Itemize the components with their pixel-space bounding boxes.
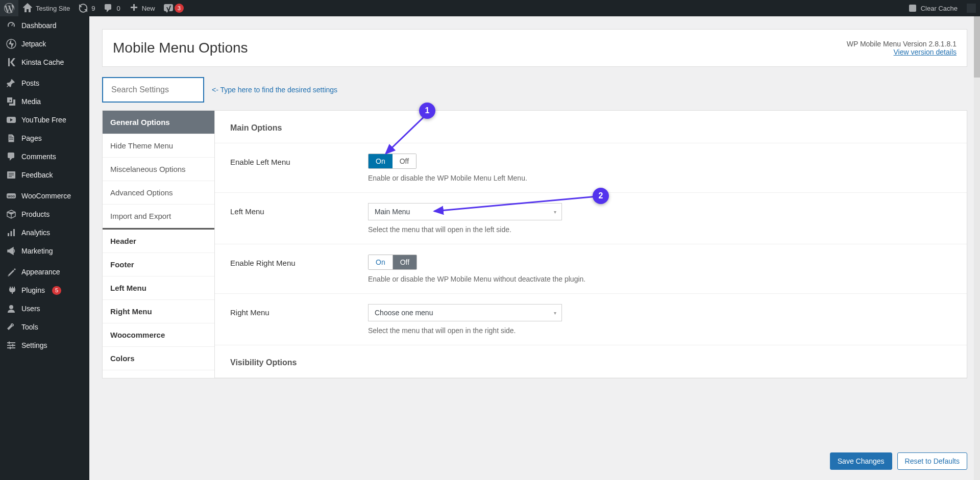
- sidebar-appearance[interactable]: Appearance: [0, 263, 89, 281]
- svg-rect-12: [7, 347, 15, 348]
- save-changes-button[interactable]: Save Changes: [830, 452, 892, 470]
- clear-cache-label: Clear Cache: [921, 5, 958, 12]
- version-text: WP Mobile Menu Version 2.8.1.8.1: [847, 40, 957, 48]
- option-left-menu-select: Left Menu Main Menu Select the menu that…: [215, 193, 967, 244]
- sidebar-feedback[interactable]: Feedback: [0, 166, 89, 184]
- sidebar-tools[interactable]: Tools: [0, 318, 89, 336]
- option-label: Left Menu: [230, 203, 368, 216]
- wp-logo-menu[interactable]: [0, 0, 18, 16]
- yoast-link[interactable]: 3: [159, 0, 188, 16]
- comments-icon: [6, 151, 16, 162]
- left-menu-select[interactable]: Main Menu: [368, 203, 562, 220]
- content-area: Mobile Menu Options WP Mobile Menu Versi…: [89, 16, 980, 480]
- svg-rect-13: [9, 342, 10, 344]
- sidebar-woocommerce[interactable]: wooWooCommerce: [0, 187, 89, 205]
- nav-header[interactable]: Header: [103, 230, 214, 253]
- option-right-menu-select: Right Menu Choose one menu Select the me…: [215, 294, 967, 345]
- comment-icon: [103, 3, 113, 13]
- bottom-action-bar: Save Changes Reset to Defaults: [830, 452, 967, 470]
- page-header: Mobile Menu Options WP Mobile Menu Versi…: [102, 29, 967, 67]
- comments-count: 0: [116, 5, 120, 12]
- options-panel: General Options Hide Theme Menu Miscelan…: [102, 110, 967, 378]
- nav-footer[interactable]: Footer: [103, 253, 214, 276]
- nav-left-menu[interactable]: Left Menu: [103, 276, 214, 300]
- nav-import-export[interactable]: Import and Export: [103, 205, 214, 228]
- clear-cache-link[interactable]: Clear Cache: [903, 0, 962, 16]
- admin-sidebar: Dashboard Jetpack Kinsta Cache Posts Med…: [0, 16, 89, 480]
- products-icon: [6, 209, 16, 219]
- section-visibility-options: Visibility Options: [215, 345, 967, 378]
- sidebar-dashboard[interactable]: Dashboard: [0, 16, 89, 35]
- users-icon: [6, 304, 16, 314]
- nav-hide-theme-menu[interactable]: Hide Theme Menu: [103, 134, 214, 158]
- sidebar-products[interactable]: Products: [0, 205, 89, 223]
- pages-icon: [6, 133, 16, 143]
- section-main-options: Main Options: [215, 111, 967, 143]
- svg-rect-14: [12, 344, 13, 347]
- sidebar-comments[interactable]: Comments: [0, 147, 89, 166]
- svg-rect-7: [11, 231, 12, 236]
- option-enable-right-menu: Enable Right Menu On Off Enable or disab…: [215, 244, 967, 294]
- toggle-off-button[interactable]: Off: [393, 255, 416, 269]
- svg-point-9: [9, 305, 13, 309]
- home-icon: [22, 3, 33, 13]
- sidebar-marketing[interactable]: Marketing: [0, 242, 89, 260]
- svg-rect-0: [909, 5, 916, 12]
- svg-text:woo: woo: [7, 194, 15, 198]
- feedback-icon: [6, 170, 16, 180]
- svg-rect-6: [8, 233, 9, 236]
- version-details-link[interactable]: View version details: [894, 48, 957, 56]
- dashboard-icon: [6, 20, 16, 31]
- sidebar-jetpack[interactable]: Jetpack: [0, 35, 89, 53]
- sidebar-analytics[interactable]: Analytics: [0, 223, 89, 242]
- right-menu-select[interactable]: Choose one menu: [368, 304, 562, 321]
- nav-woocommerce[interactable]: Woocommerce: [103, 323, 214, 347]
- option-desc: Enable or disable the WP Mobile Menu Lef…: [368, 174, 951, 182]
- toggle-on-button[interactable]: On: [369, 154, 393, 168]
- option-label: Enable Left Menu: [230, 154, 368, 166]
- search-settings-input[interactable]: [102, 77, 204, 103]
- admin-topbar: Testing Site 9 0 New 3 Clear Cache: [0, 0, 980, 16]
- nav-general-options[interactable]: General Options: [103, 111, 214, 134]
- svg-rect-10: [7, 342, 15, 343]
- option-desc: Select the menu that will open in the ri…: [368, 326, 951, 335]
- toggle-on-button[interactable]: On: [369, 255, 393, 269]
- updates-count: 9: [91, 5, 95, 12]
- sidebar-users[interactable]: Users: [0, 299, 89, 318]
- option-label: Enable Right Menu: [230, 255, 368, 267]
- content-scrollbar-thumb[interactable]: [974, 16, 980, 78]
- updates-link[interactable]: 9: [74, 0, 99, 16]
- sidebar-settings[interactable]: Settings: [0, 336, 89, 355]
- options-nav: General Options Hide Theme Menu Miscelan…: [103, 111, 215, 378]
- yoast-icon: [163, 3, 174, 13]
- svg-rect-11: [7, 345, 15, 346]
- sidebar-kinsta[interactable]: Kinsta Cache: [0, 53, 89, 71]
- sidebar-media[interactable]: Media: [0, 92, 89, 111]
- sidebar-pages[interactable]: Pages: [0, 129, 89, 147]
- toggle-enable-left: On Off: [368, 154, 416, 169]
- options-content: Main Options Enable Left Menu On Off Ena…: [215, 111, 967, 378]
- sidebar-posts[interactable]: Posts: [0, 74, 89, 92]
- search-hint-text: <- Type here to find the desired setting…: [212, 86, 337, 94]
- comments-link[interactable]: 0: [99, 0, 124, 16]
- nav-misc-options[interactable]: Miscelaneous Options: [103, 158, 214, 181]
- nav-colors[interactable]: Colors: [103, 347, 214, 370]
- plugins-icon: [6, 285, 16, 295]
- sidebar-youtube[interactable]: YouTube Free: [0, 111, 89, 129]
- sidebar-plugins[interactable]: Plugins5: [0, 281, 89, 299]
- new-content-link[interactable]: New: [125, 0, 159, 16]
- reset-defaults-button[interactable]: Reset to Defaults: [897, 452, 967, 470]
- settings-icon: [6, 340, 16, 350]
- nav-right-menu[interactable]: Right Menu: [103, 300, 214, 323]
- tools-icon: [6, 322, 16, 332]
- site-name-text: Testing Site: [36, 5, 70, 12]
- page-title: Mobile Menu Options: [113, 40, 248, 56]
- youtube-icon: [6, 115, 16, 125]
- wordpress-icon: [4, 3, 14, 13]
- update-icon: [78, 3, 88, 13]
- toggle-off-button[interactable]: Off: [393, 154, 416, 168]
- nav-advanced-options[interactable]: Advanced Options: [103, 181, 214, 205]
- search-wrap: <- Type here to find the desired setting…: [102, 74, 967, 110]
- site-name-link[interactable]: Testing Site: [18, 0, 74, 16]
- media-icon: [6, 96, 16, 107]
